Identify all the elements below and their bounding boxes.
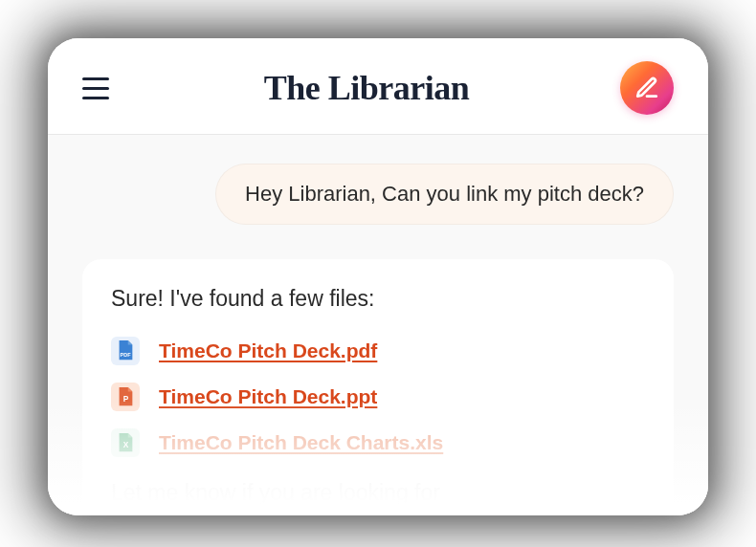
header: The Librarian — [48, 38, 708, 135]
svg-text:PDF: PDF — [121, 352, 132, 358]
compose-button[interactable] — [620, 61, 674, 115]
menu-button[interactable] — [82, 73, 113, 103]
pdf-file-icon: PDF — [111, 337, 140, 365]
assistant-response: Sure! I've found a few files: PDF TimeCo… — [82, 259, 674, 515]
user-message-text: Hey Librarian, Can you link my pitch dec… — [245, 182, 644, 206]
hamburger-icon — [82, 77, 109, 80]
file-link[interactable]: TimeCo Pitch Deck.ppt — [159, 385, 377, 408]
document-icon: X — [116, 432, 135, 453]
svg-text:P: P — [123, 395, 129, 404]
svg-text:X: X — [123, 441, 129, 449]
file-item: PDF TimeCo Pitch Deck.pdf — [111, 337, 645, 365]
file-list: PDF TimeCo Pitch Deck.pdf P TimeCo Pitch… — [111, 337, 645, 457]
response-footer: Let me know if you are looking for — [111, 480, 645, 515]
app-title: The Librarian — [264, 68, 470, 108]
compose-icon — [634, 76, 659, 100]
user-message-bubble: Hey Librarian, Can you link my pitch dec… — [215, 164, 674, 225]
file-link[interactable]: TimeCo Pitch Deck.pdf — [159, 339, 377, 362]
hamburger-icon — [82, 87, 109, 90]
file-link[interactable]: TimeCo Pitch Deck Charts.xls — [159, 431, 443, 454]
xls-file-icon: X — [111, 428, 140, 457]
response-intro: Sure! I've found a few files: — [111, 286, 645, 312]
file-item: P TimeCo Pitch Deck.ppt — [111, 383, 645, 411]
app-window: The Librarian Hey Librarian, Can you lin… — [48, 38, 708, 515]
chat-area: Hey Librarian, Can you link my pitch dec… — [48, 135, 708, 515]
document-icon: P — [116, 386, 135, 407]
ppt-file-icon: P — [111, 383, 140, 411]
document-icon: PDF — [116, 340, 135, 361]
file-item: X TimeCo Pitch Deck Charts.xls — [111, 428, 645, 457]
hamburger-icon — [82, 97, 109, 99]
